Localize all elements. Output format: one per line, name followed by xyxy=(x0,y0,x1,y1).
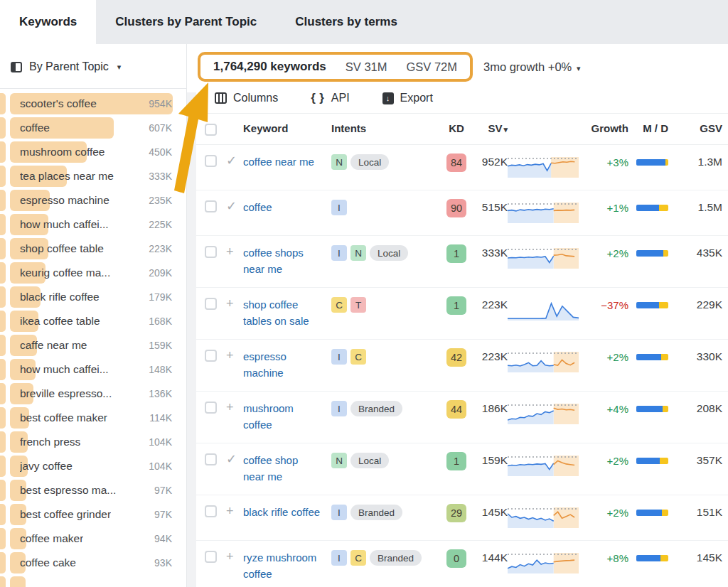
row-checkbox[interactable] xyxy=(205,402,217,414)
intent-badge-branded: Branded xyxy=(350,401,402,416)
sidebar-item-mushroom-coffee[interactable]: mushroom coffee450K xyxy=(0,140,186,164)
row-checkbox[interactable] xyxy=(205,551,217,563)
keyword-link[interactable]: black rifle coffee xyxy=(243,504,331,520)
gsv-value: 151K xyxy=(697,504,722,519)
sidebar-item-best-coffee-grinder[interactable]: best coffee grinder97K xyxy=(0,502,186,527)
sidebar-item-french-press[interactable]: french press104K xyxy=(0,430,186,454)
add-keyword-icon[interactable]: + xyxy=(223,297,234,310)
sidebar-item-best-coffee-maker[interactable]: best coffee maker114K xyxy=(0,406,186,430)
sidebar-item-best-espresso-ma[interactable]: best espresso ma...97K xyxy=(0,478,186,502)
sidebar-item-coffee-maker[interactable]: coffee maker94K xyxy=(0,527,186,551)
sidebar-scrollbar[interactable] xyxy=(187,92,196,587)
trend-sparkline xyxy=(508,154,579,178)
sidebar-item-ikea-coffee-table[interactable]: ikea coffee table168K xyxy=(0,309,186,333)
by-parent-topic-dropdown[interactable]: By Parent Topic ▾ xyxy=(0,44,186,88)
keyword-link[interactable]: coffee shop near me xyxy=(243,452,331,485)
sidebar-item-espresso-machine[interactable]: espresso machine235K xyxy=(0,188,186,212)
growth-filter-dropdown[interactable]: 3mo growth +0% ▾ xyxy=(483,60,580,74)
sv-value: 333K xyxy=(482,244,508,259)
tab-clusters-by-parent-topic[interactable]: Clusters by Parent Topic xyxy=(96,0,276,44)
row-checkbox[interactable] xyxy=(205,200,217,212)
sidebar-item-coffee[interactable]: coffee607K xyxy=(0,116,186,140)
mobile-desktop-bar xyxy=(636,458,668,464)
kd-badge: 90 xyxy=(446,199,466,217)
topic-volume: 225K xyxy=(149,219,172,230)
mobile-desktop-bar xyxy=(636,555,668,561)
columns-button[interactable]: Columns xyxy=(215,92,278,104)
tab-keywords[interactable]: Keywords xyxy=(0,0,96,44)
in-list-check-icon[interactable]: ✓ xyxy=(223,154,237,167)
gsv-value: 330K xyxy=(697,348,722,363)
add-keyword-icon[interactable]: + xyxy=(223,349,234,362)
row-checkbox[interactable] xyxy=(205,246,217,258)
select-all-checkbox[interactable] xyxy=(205,124,217,136)
topic-volume: 223K xyxy=(149,243,172,254)
sidebar-item-shop-coffee-table[interactable]: shop coffee table223K xyxy=(0,237,186,261)
export-button[interactable]: ↓ Export xyxy=(382,92,433,104)
col-header-growth[interactable]: Growth xyxy=(592,122,629,134)
row-checkbox[interactable] xyxy=(205,350,217,362)
tab-clusters-by-terms[interactable]: Clusters by terms xyxy=(276,0,417,44)
keyword-link[interactable]: coffee shops near me xyxy=(243,244,331,277)
in-list-check-icon[interactable]: ✓ xyxy=(223,200,237,212)
gsv-total: GSV 72M xyxy=(406,60,457,74)
intent-badge-n: N xyxy=(331,453,347,468)
topic-volume: 93K xyxy=(154,557,172,569)
col-header-intents[interactable]: Intents xyxy=(331,122,442,134)
keyword-link[interactable]: coffee xyxy=(243,199,331,215)
table-row-coffee-shops-near-me: +coffee shops near meINLocal1333K+2%435K xyxy=(196,236,728,288)
topic-label: best espresso ma... xyxy=(20,484,116,497)
col-header-keyword[interactable]: Keyword xyxy=(243,122,331,134)
sidebar-item-javy-coffee[interactable]: javy coffee104K xyxy=(0,454,186,478)
table-row-coffee: ✓coffeeI90515K+1%1.5M xyxy=(196,190,728,236)
gsv-value: 1.3M xyxy=(698,154,722,168)
growth-value: +2% xyxy=(607,244,628,259)
keyword-link[interactable]: espresso machine xyxy=(243,348,331,381)
col-header-gsv[interactable]: GSV xyxy=(700,122,722,134)
in-list-check-icon[interactable]: ✓ xyxy=(223,453,237,465)
col-header-md[interactable]: M / D xyxy=(643,122,675,134)
sidebar-item-item[interactable] xyxy=(0,575,186,587)
topic-label: how much caffei... xyxy=(20,363,109,376)
sidebar-item-breville-espresso[interactable]: breville espresso...136K xyxy=(0,382,186,406)
sidebar-item-how-much-caffei[interactable]: how much caffei...148K xyxy=(0,357,186,382)
sidebar-item-black-rifle-coffee[interactable]: black rifle coffee179K xyxy=(0,285,186,309)
col-header-kd[interactable]: KD xyxy=(449,122,464,134)
row-checkbox[interactable] xyxy=(205,298,217,310)
sidebar-item-coffee-cake[interactable]: coffee cake93K xyxy=(0,551,186,575)
sidebar-item-keurig-coffee-ma[interactable]: keurig coffee ma...209K xyxy=(0,261,186,285)
keyword-link[interactable]: mushroom coffee xyxy=(243,400,331,433)
intent-badge-branded: Branded xyxy=(350,505,402,520)
keyword-link[interactable]: ryze mushroom coffee xyxy=(243,549,331,582)
kd-badge: 1 xyxy=(446,244,466,263)
trend-sparkline xyxy=(508,549,579,573)
row-checkbox[interactable] xyxy=(205,453,217,465)
keyword-link[interactable]: shop coffee tables on sale xyxy=(243,296,331,329)
sidebar-item-scooter-s-coffee[interactable]: scooter's coffee954K xyxy=(0,92,186,116)
add-keyword-icon[interactable]: + xyxy=(223,505,234,517)
topic-label: keurig coffee ma... xyxy=(20,266,110,279)
col-header-sv[interactable]: SV▾ xyxy=(488,122,508,134)
bar-edge xyxy=(0,456,6,477)
gsv-value: 229K xyxy=(697,296,722,311)
gsv-value: 357K xyxy=(697,452,722,467)
gsv-value: 145K xyxy=(697,549,722,564)
sidebar-item-tea-places-near-me[interactable]: tea places near me333K xyxy=(0,164,186,188)
add-keyword-icon[interactable]: + xyxy=(223,550,234,563)
sidebar-item-how-much-caffei[interactable]: how much caffei...225K xyxy=(0,212,186,237)
add-keyword-icon[interactable]: + xyxy=(223,401,234,414)
topic-volume: 94K xyxy=(154,533,172,544)
trend-sparkline xyxy=(508,199,579,223)
bar-edge xyxy=(0,93,6,114)
table-row-ryze-mushroom-coffee: +ryze mushroom coffeeICBranded0144K+8%14… xyxy=(196,541,728,587)
keywords-count: 1,764,290 keywords xyxy=(213,60,326,74)
row-checkbox[interactable] xyxy=(205,505,217,517)
chevron-down-icon: ▾ xyxy=(577,64,581,72)
row-checkbox[interactable] xyxy=(205,155,217,167)
keyword-link[interactable]: coffee near me xyxy=(243,154,331,170)
add-keyword-icon[interactable]: + xyxy=(223,245,234,258)
sidebar-item-caffe-near-me[interactable]: caffe near me159K xyxy=(0,333,186,357)
growth-value: +8% xyxy=(607,549,628,564)
api-button[interactable]: { } API xyxy=(311,91,349,105)
table-row-espresso-machine: +espresso machineIC42223K+2%330K xyxy=(196,340,728,392)
